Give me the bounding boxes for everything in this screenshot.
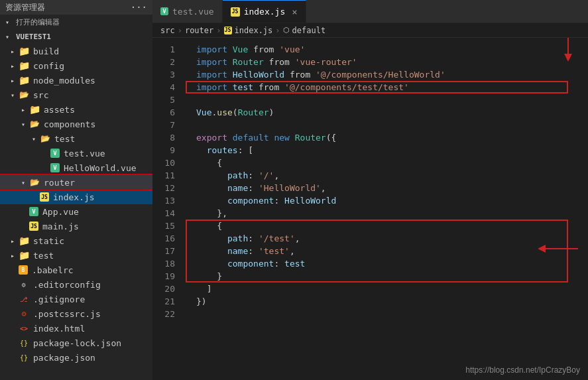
sidebar-menu[interactable]: ···	[131, 2, 147, 13]
label-router: router	[44, 178, 75, 188]
tree-item-app-vue[interactable]: VApp.vue	[0, 204, 152, 219]
tab-index-js-icon: JS	[231, 7, 240, 17]
line-number-10: 10	[152, 157, 175, 169]
code-line-22[interactable]	[196, 308, 577, 320]
line-number-19: 19	[152, 270, 175, 283]
tree-item-helloworld-vue[interactable]: VHelloWorld.vue	[0, 160, 152, 175]
chevron-build	[11, 48, 19, 55]
code-line-13[interactable]: component: HelloWorld	[196, 194, 577, 207]
code-line-10[interactable]: {	[196, 157, 577, 169]
label-index-js: index.js	[53, 192, 95, 202]
code-line-4[interactable]: import test from '@/components/test/test…	[196, 81, 577, 94]
label-package-json: package.json	[33, 353, 95, 363]
sidebar-header: 资源管理器 ···	[0, 0, 152, 15]
code-editor[interactable]: 12345678910111213141516171819202122	[152, 38, 588, 380]
label-app-vue: App.vue	[42, 207, 79, 217]
folder-icon-build	[19, 46, 29, 56]
code-line-8[interactable]: export default new Router({	[196, 131, 577, 144]
line-number-16: 16	[152, 232, 175, 245]
code-line-15[interactable]: {	[196, 220, 577, 232]
breadcrumb-router[interactable]: router	[185, 26, 213, 35]
tab-index-js[interactable]: JS index.js ×	[223, 0, 306, 23]
open-editors-section[interactable]: 打开的编辑器	[0, 15, 152, 29]
line-numbers: 12345678910111213141516171819202122	[152, 38, 186, 380]
tab-test-vue[interactable]: V test.vue	[152, 0, 223, 23]
breadcrumb-indexjs[interactable]: index.js	[235, 26, 273, 35]
js-icon-main-js: JS	[29, 222, 38, 231]
tree-item-index-html[interactable]: index.html	[0, 321, 152, 336]
vue-icon-test-vue: V	[50, 149, 60, 158]
line-number-17: 17	[152, 245, 175, 257]
tree-item-test-folder[interactable]: test	[0, 131, 152, 146]
code-line-12[interactable]: name: 'HelloWorld',	[196, 182, 577, 194]
label-main-js: main.js	[42, 222, 79, 231]
babelrc-icon-babelrc: B	[19, 265, 28, 275]
tree-item-router[interactable]: router	[0, 175, 152, 190]
tree-item-config[interactable]: config	[0, 58, 152, 73]
breadcrumb: src › router › JS index.js › ⬡ default	[152, 23, 588, 38]
chevron-config	[11, 62, 19, 70]
tree-item-postcssrc[interactable]: ⚙.postcssrc.js	[0, 306, 152, 321]
tree-item-node_modules[interactable]: node_modules	[0, 73, 152, 88]
project-name: VUETEST1	[16, 32, 51, 41]
code-line-5[interactable]	[196, 94, 577, 106]
tree-item-test-vue[interactable]: Vtest.vue	[0, 146, 152, 160]
tree-item-editorconfig[interactable]: .editorconfig	[0, 277, 152, 292]
code-line-1[interactable]: import Vue from 'vue'	[196, 43, 577, 56]
tree-item-package-json[interactable]: package.json	[0, 350, 152, 365]
line-number-20: 20	[152, 283, 175, 295]
breadcrumb-src[interactable]: src	[160, 26, 175, 35]
project-root[interactable]: VUETEST1	[0, 29, 152, 44]
folder-icon-components	[29, 119, 40, 129]
tree-item-src[interactable]: src	[0, 88, 152, 102]
tree-item-build[interactable]: build	[0, 44, 152, 58]
tree-item-gitignore[interactable]: .gitignore	[0, 292, 152, 306]
tree-item-assets[interactable]: assets	[0, 102, 152, 117]
code-line-3[interactable]: import HelloWorld from '@/components/Hel…	[196, 68, 577, 81]
tab-bar: V test.vue JS index.js ×	[152, 0, 588, 23]
tree-item-index-js[interactable]: JSindex.js	[0, 190, 152, 204]
postcss-icon-postcssrc: ⚙	[19, 308, 29, 319]
label-static: static	[33, 236, 64, 246]
breadcrumb-sep3: ›	[275, 26, 280, 35]
code-line-21[interactable]: })	[196, 295, 577, 308]
editor-area: V test.vue JS index.js × src › router › …	[152, 0, 588, 380]
chevron-src	[11, 92, 19, 99]
tab-index-js-close[interactable]: ×	[292, 7, 297, 17]
tree-item-package-lock[interactable]: package-lock.json	[0, 336, 152, 350]
code-line-11[interactable]: path: '/',	[196, 169, 577, 182]
tree-item-main-js[interactable]: JSmain.js	[0, 219, 152, 233]
code-line-6[interactable]: Vue.use(Router)	[196, 106, 577, 119]
line-number-9: 9	[152, 144, 175, 157]
dot-icon-editorconfig	[19, 279, 29, 290]
line-number-21: 21	[152, 295, 175, 308]
tree-item-components[interactable]: components	[0, 117, 152, 131]
line-number-6: 6	[152, 106, 175, 119]
label-postcssrc: .postcssrc.js	[33, 309, 101, 319]
tree-item-babelrc[interactable]: B.babelrc	[0, 263, 152, 277]
folder-icon-test-folder	[40, 133, 50, 144]
open-editors-label: 打开的编辑器	[16, 17, 60, 27]
line-number-13: 13	[152, 194, 175, 207]
label-package-lock: package-lock.json	[33, 338, 121, 348]
file-tree: buildconfignode_modulessrcassetscomponen…	[0, 44, 152, 365]
code-line-20[interactable]: ]	[196, 283, 577, 295]
tree-item-test[interactable]: test	[0, 248, 152, 263]
code-line-19[interactable]: }	[196, 270, 577, 283]
tree-item-static[interactable]: static	[0, 233, 152, 248]
code-line-14[interactable]: },	[196, 207, 577, 220]
code-line-17[interactable]: name: 'test',	[196, 245, 577, 257]
code-line-9[interactable]: routes: [	[196, 144, 577, 157]
code-line-2[interactable]: import Router from 'vue-router'	[196, 56, 577, 68]
tab-test-vue-label: test.vue	[172, 7, 214, 17]
label-node_modules: node_modules	[33, 76, 95, 86]
folder-icon-assets	[29, 104, 40, 115]
chevron-test-folder	[32, 135, 40, 143]
code-line-18[interactable]: component: test	[196, 257, 577, 270]
breadcrumb-sep2: ›	[216, 26, 221, 35]
code-content[interactable]: import Vue from 'vue'import Router from …	[186, 38, 588, 380]
code-line-7[interactable]	[196, 119, 577, 131]
breadcrumb-default: default	[292, 26, 326, 35]
code-line-16[interactable]: path: '/test',	[196, 232, 577, 245]
folder-icon-static	[19, 235, 29, 246]
